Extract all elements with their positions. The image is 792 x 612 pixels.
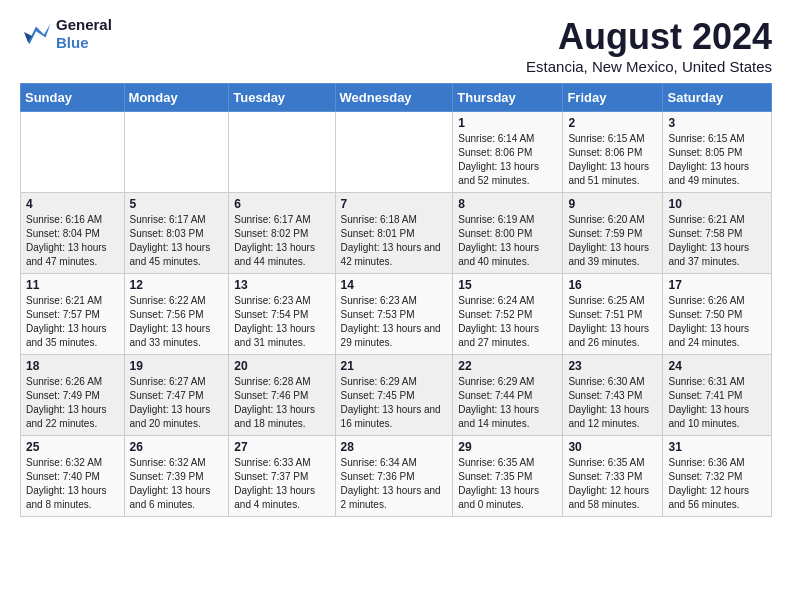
calendar-cell: 28Sunrise: 6:34 AMSunset: 7:36 PMDayligh… xyxy=(335,436,453,517)
calendar-cell: 15Sunrise: 6:24 AMSunset: 7:52 PMDayligh… xyxy=(453,274,563,355)
calendar-cell: 7Sunrise: 6:18 AMSunset: 8:01 PMDaylight… xyxy=(335,193,453,274)
day-info: Sunrise: 6:30 AMSunset: 7:43 PMDaylight:… xyxy=(568,375,657,431)
header-day-wednesday: Wednesday xyxy=(335,84,453,112)
calendar-cell: 22Sunrise: 6:29 AMSunset: 7:44 PMDayligh… xyxy=(453,355,563,436)
calendar-cell: 21Sunrise: 6:29 AMSunset: 7:45 PMDayligh… xyxy=(335,355,453,436)
day-info: Sunrise: 6:34 AMSunset: 7:36 PMDaylight:… xyxy=(341,456,448,512)
day-number: 21 xyxy=(341,359,448,373)
day-info: Sunrise: 6:36 AMSunset: 7:32 PMDaylight:… xyxy=(668,456,766,512)
day-number: 12 xyxy=(130,278,224,292)
calendar-cell xyxy=(124,112,229,193)
day-number: 18 xyxy=(26,359,119,373)
calendar-cell: 11Sunrise: 6:21 AMSunset: 7:57 PMDayligh… xyxy=(21,274,125,355)
calendar-cell: 14Sunrise: 6:23 AMSunset: 7:53 PMDayligh… xyxy=(335,274,453,355)
day-number: 26 xyxy=(130,440,224,454)
day-number: 23 xyxy=(568,359,657,373)
calendar-cell: 16Sunrise: 6:25 AMSunset: 7:51 PMDayligh… xyxy=(563,274,663,355)
calendar-cell: 19Sunrise: 6:27 AMSunset: 7:47 PMDayligh… xyxy=(124,355,229,436)
page-subtitle: Estancia, New Mexico, United States xyxy=(526,58,772,75)
header-day-monday: Monday xyxy=(124,84,229,112)
calendar-cell: 1Sunrise: 6:14 AMSunset: 8:06 PMDaylight… xyxy=(453,112,563,193)
page-title: August 2024 xyxy=(526,16,772,58)
day-info: Sunrise: 6:25 AMSunset: 7:51 PMDaylight:… xyxy=(568,294,657,350)
day-number: 17 xyxy=(668,278,766,292)
svg-marker-0 xyxy=(28,24,50,44)
calendar-cell xyxy=(21,112,125,193)
day-info: Sunrise: 6:32 AMSunset: 7:39 PMDaylight:… xyxy=(130,456,224,512)
day-info: Sunrise: 6:16 AMSunset: 8:04 PMDaylight:… xyxy=(26,213,119,269)
day-info: Sunrise: 6:17 AMSunset: 8:03 PMDaylight:… xyxy=(130,213,224,269)
calendar-cell: 5Sunrise: 6:17 AMSunset: 8:03 PMDaylight… xyxy=(124,193,229,274)
header-day-sunday: Sunday xyxy=(21,84,125,112)
day-info: Sunrise: 6:26 AMSunset: 7:50 PMDaylight:… xyxy=(668,294,766,350)
day-info: Sunrise: 6:35 AMSunset: 7:35 PMDaylight:… xyxy=(458,456,557,512)
calendar-cell: 17Sunrise: 6:26 AMSunset: 7:50 PMDayligh… xyxy=(663,274,772,355)
day-number: 14 xyxy=(341,278,448,292)
day-number: 3 xyxy=(668,116,766,130)
day-info: Sunrise: 6:14 AMSunset: 8:06 PMDaylight:… xyxy=(458,132,557,188)
calendar-cell: 23Sunrise: 6:30 AMSunset: 7:43 PMDayligh… xyxy=(563,355,663,436)
day-number: 25 xyxy=(26,440,119,454)
day-number: 8 xyxy=(458,197,557,211)
day-number: 19 xyxy=(130,359,224,373)
day-number: 13 xyxy=(234,278,329,292)
day-number: 10 xyxy=(668,197,766,211)
calendar-cell: 8Sunrise: 6:19 AMSunset: 8:00 PMDaylight… xyxy=(453,193,563,274)
week-row-1: 1Sunrise: 6:14 AMSunset: 8:06 PMDaylight… xyxy=(21,112,772,193)
calendar-cell: 12Sunrise: 6:22 AMSunset: 7:56 PMDayligh… xyxy=(124,274,229,355)
week-row-3: 11Sunrise: 6:21 AMSunset: 7:57 PMDayligh… xyxy=(21,274,772,355)
calendar-cell: 24Sunrise: 6:31 AMSunset: 7:41 PMDayligh… xyxy=(663,355,772,436)
day-number: 15 xyxy=(458,278,557,292)
day-info: Sunrise: 6:26 AMSunset: 7:49 PMDaylight:… xyxy=(26,375,119,431)
header-day-thursday: Thursday xyxy=(453,84,563,112)
day-number: 28 xyxy=(341,440,448,454)
logo-icon xyxy=(20,20,52,48)
day-number: 7 xyxy=(341,197,448,211)
day-info: Sunrise: 6:24 AMSunset: 7:52 PMDaylight:… xyxy=(458,294,557,350)
calendar-cell: 3Sunrise: 6:15 AMSunset: 8:05 PMDaylight… xyxy=(663,112,772,193)
calendar-cell: 29Sunrise: 6:35 AMSunset: 7:35 PMDayligh… xyxy=(453,436,563,517)
day-info: Sunrise: 6:29 AMSunset: 7:45 PMDaylight:… xyxy=(341,375,448,431)
logo-text: General Blue xyxy=(56,16,112,52)
calendar-table: SundayMondayTuesdayWednesdayThursdayFrid… xyxy=(20,83,772,517)
day-number: 11 xyxy=(26,278,119,292)
logo: General Blue xyxy=(20,16,112,52)
day-info: Sunrise: 6:19 AMSunset: 8:00 PMDaylight:… xyxy=(458,213,557,269)
calendar-cell xyxy=(229,112,335,193)
day-number: 2 xyxy=(568,116,657,130)
calendar-cell: 10Sunrise: 6:21 AMSunset: 7:58 PMDayligh… xyxy=(663,193,772,274)
calendar-cell: 4Sunrise: 6:16 AMSunset: 8:04 PMDaylight… xyxy=(21,193,125,274)
week-row-4: 18Sunrise: 6:26 AMSunset: 7:49 PMDayligh… xyxy=(21,355,772,436)
day-info: Sunrise: 6:29 AMSunset: 7:44 PMDaylight:… xyxy=(458,375,557,431)
calendar-cell: 31Sunrise: 6:36 AMSunset: 7:32 PMDayligh… xyxy=(663,436,772,517)
day-info: Sunrise: 6:33 AMSunset: 7:37 PMDaylight:… xyxy=(234,456,329,512)
calendar-cell xyxy=(335,112,453,193)
day-info: Sunrise: 6:15 AMSunset: 8:06 PMDaylight:… xyxy=(568,132,657,188)
day-info: Sunrise: 6:20 AMSunset: 7:59 PMDaylight:… xyxy=(568,213,657,269)
calendar-cell: 6Sunrise: 6:17 AMSunset: 8:02 PMDaylight… xyxy=(229,193,335,274)
day-info: Sunrise: 6:18 AMSunset: 8:01 PMDaylight:… xyxy=(341,213,448,269)
day-number: 27 xyxy=(234,440,329,454)
day-number: 16 xyxy=(568,278,657,292)
day-number: 1 xyxy=(458,116,557,130)
calendar-cell: 2Sunrise: 6:15 AMSunset: 8:06 PMDaylight… xyxy=(563,112,663,193)
week-row-2: 4Sunrise: 6:16 AMSunset: 8:04 PMDaylight… xyxy=(21,193,772,274)
day-number: 6 xyxy=(234,197,329,211)
day-info: Sunrise: 6:23 AMSunset: 7:53 PMDaylight:… xyxy=(341,294,448,350)
day-info: Sunrise: 6:22 AMSunset: 7:56 PMDaylight:… xyxy=(130,294,224,350)
calendar-header-row: SundayMondayTuesdayWednesdayThursdayFrid… xyxy=(21,84,772,112)
calendar-body: 1Sunrise: 6:14 AMSunset: 8:06 PMDaylight… xyxy=(21,112,772,517)
day-number: 29 xyxy=(458,440,557,454)
title-area: August 2024 Estancia, New Mexico, United… xyxy=(526,16,772,75)
page-header: General Blue August 2024 Estancia, New M… xyxy=(20,16,772,75)
week-row-5: 25Sunrise: 6:32 AMSunset: 7:40 PMDayligh… xyxy=(21,436,772,517)
day-number: 20 xyxy=(234,359,329,373)
day-number: 5 xyxy=(130,197,224,211)
day-info: Sunrise: 6:28 AMSunset: 7:46 PMDaylight:… xyxy=(234,375,329,431)
header-day-tuesday: Tuesday xyxy=(229,84,335,112)
header-day-friday: Friday xyxy=(563,84,663,112)
day-number: 22 xyxy=(458,359,557,373)
calendar-cell: 18Sunrise: 6:26 AMSunset: 7:49 PMDayligh… xyxy=(21,355,125,436)
day-info: Sunrise: 6:27 AMSunset: 7:47 PMDaylight:… xyxy=(130,375,224,431)
calendar-cell: 25Sunrise: 6:32 AMSunset: 7:40 PMDayligh… xyxy=(21,436,125,517)
